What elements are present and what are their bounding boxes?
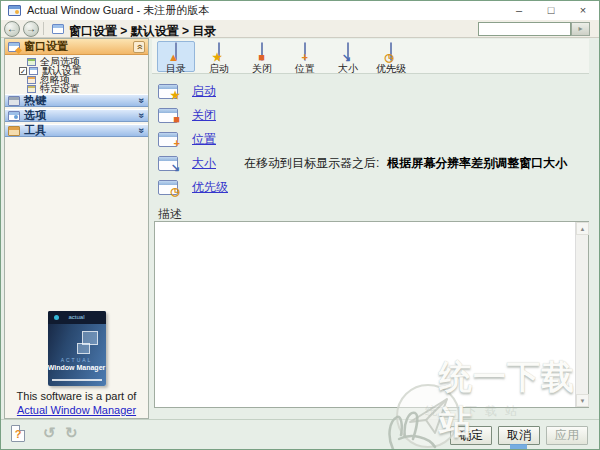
sidebar: 窗口设置 » 全局选项 ✓ 默认设置 忽略项 特定设置 热	[4, 38, 149, 419]
promo-panel: actual ACTUAL Window Manager This softwa…	[5, 311, 148, 416]
close-button[interactable]: ×	[567, 1, 599, 20]
row-closing: ■ 关闭	[152, 103, 589, 127]
closing-icon: ■	[158, 108, 178, 123]
search-go-button[interactable]: ▸	[571, 22, 590, 36]
chevron-down-icon[interactable]: »	[137, 128, 148, 134]
scrollbar[interactable]: ▲ ▼	[575, 222, 588, 407]
toolbar-item-startup[interactable]: ★ 启动	[200, 41, 238, 72]
options-icon	[8, 111, 20, 121]
app-window: Actual Window Guard - 未注册的版本 – □ × ← → 窗…	[0, 0, 600, 450]
row-size: ↘ 大小 在移动到目标显示器之后: 根据屏幕分辨率差别调整窗口大小	[152, 151, 589, 175]
position-icon: +	[304, 42, 306, 61]
hotkeys-icon	[8, 96, 20, 106]
minimize-button[interactable]: –	[503, 1, 535, 20]
toolbar-item-directory[interactable]: ▲ 目录	[157, 41, 195, 72]
window-title: Actual Window Guard - 未注册的版本	[27, 3, 209, 18]
chevron-down-icon[interactable]: »	[137, 98, 148, 104]
scroll-up-icon[interactable]: ▲	[576, 222, 589, 235]
exclusions-icon	[27, 76, 36, 84]
sidebar-section-options[interactable]: 选项 »	[5, 109, 148, 122]
promo-text: This software is a part of	[5, 390, 148, 402]
priority-icon: ◷	[390, 42, 392, 61]
scroll-down-icon[interactable]: ▼	[576, 394, 589, 407]
forward-button[interactable]: →	[23, 21, 39, 37]
closing-icon: ■	[261, 42, 263, 61]
default-settings-checkbox[interactable]: ✓	[19, 67, 27, 75]
tree-item-specific-settings[interactable]: 特定设置	[5, 84, 148, 93]
priority-link[interactable]: 优先级	[192, 179, 236, 196]
help-icon[interactable]: ?	[11, 425, 25, 442]
global-options-icon	[27, 58, 36, 66]
search-input[interactable]	[478, 22, 571, 36]
page-toolbar: ▲ 目录 ★ 启动 ■ 关闭 + 位置 ↘ 大小 ◷ 优先级	[152, 39, 589, 74]
actual-window-manager-link[interactable]: Actual Window Manager	[5, 404, 148, 416]
toolbar-item-closing[interactable]: ■ 关闭	[243, 41, 281, 72]
row-position: + 位置	[152, 127, 589, 151]
content-links: ★ 启动 ■ 关闭 + 位置 ↘ 大小 在移动到目标显示器之后: 根据屏幕分辨率…	[152, 79, 589, 199]
priority-icon: ◷	[158, 180, 178, 195]
tools-icon	[8, 126, 20, 136]
size-icon: ↘	[158, 156, 178, 171]
sidebar-section-tools[interactable]: 工具 »	[5, 124, 148, 137]
redo-icon[interactable]: ↻	[65, 424, 78, 442]
description-textarea[interactable]: ▲ ▼	[154, 221, 589, 408]
cancel-button[interactable]: 取消	[498, 426, 540, 445]
toolbar-item-priority[interactable]: ◷ 优先级	[372, 41, 410, 72]
window-settings-icon	[8, 42, 20, 52]
startup-icon: ★	[158, 84, 178, 99]
size-icon: ↘	[347, 42, 349, 61]
footer-bar: ? ↺ ↻ 确定 取消 应用	[1, 419, 599, 450]
title-bar: Actual Window Guard - 未注册的版本 – □ ×	[1, 1, 599, 20]
specific-settings-icon	[27, 85, 36, 93]
product-box-image: actual ACTUAL Window Manager	[48, 311, 106, 386]
row-priority: ◷ 优先级	[152, 175, 589, 199]
back-button[interactable]: ←	[4, 21, 20, 37]
closing-link[interactable]: 关闭	[192, 107, 236, 124]
ok-button[interactable]: 确定	[450, 426, 492, 445]
chevron-down-icon[interactable]: »	[137, 113, 148, 119]
settings-tree: 全局选项 ✓ 默认设置 忽略项 特定设置	[5, 55, 148, 92]
toolbar-item-size[interactable]: ↘ 大小	[329, 41, 367, 72]
position-link[interactable]: 位置	[192, 131, 236, 148]
directory-icon: ▲	[175, 42, 177, 61]
nav-bar: ← → 窗口设置 > 默认设置 > 目录 ▸	[1, 20, 599, 38]
toolbar-item-position[interactable]: + 位置	[286, 41, 324, 72]
size-link[interactable]: 大小	[192, 155, 236, 172]
app-icon	[8, 5, 21, 16]
apply-button: 应用	[546, 426, 588, 445]
sidebar-section-hotkeys[interactable]: 热键 »	[5, 94, 148, 107]
default-settings-icon	[29, 67, 38, 75]
breadcrumb-window-icon	[52, 24, 64, 34]
position-icon: +	[158, 132, 178, 147]
size-note: 在移动到目标显示器之后:	[244, 155, 379, 172]
undo-icon[interactable]: ↺	[43, 424, 56, 442]
sidebar-section-window-settings[interactable]: 窗口设置 »	[5, 39, 148, 55]
divider	[43, 22, 44, 35]
size-note-bold: 根据屏幕分辨率差别调整窗口大小	[387, 155, 567, 172]
row-startup: ★ 启动	[152, 79, 589, 103]
startup-link[interactable]: 启动	[192, 83, 236, 100]
maximize-button[interactable]: □	[535, 1, 567, 20]
startup-icon: ★	[218, 42, 220, 61]
tree-item-default-settings[interactable]: ✓ 默认设置	[5, 66, 148, 75]
chevron-up-icon[interactable]: »	[133, 41, 145, 53]
